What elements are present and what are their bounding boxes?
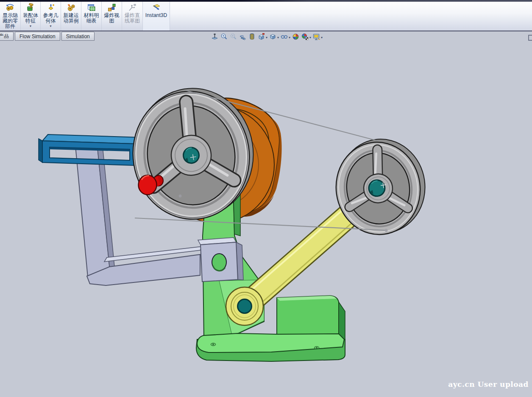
zoom-in-out-icon bbox=[229, 33, 237, 42]
pivot-pin bbox=[238, 299, 252, 313]
view-tool-edit-appearance[interactable] bbox=[292, 33, 300, 42]
tab-flow-simulation[interactable]: Flow Simulation bbox=[15, 32, 60, 41]
display-style-icon bbox=[269, 33, 277, 42]
viewport-canvas[interactable] bbox=[0, 0, 532, 397]
view-tool-view-settings[interactable]: ▾ bbox=[312, 33, 323, 42]
zoom-to-fit-icon bbox=[211, 33, 219, 42]
view-tool-zoom-to-fit[interactable] bbox=[211, 33, 219, 42]
vertex-marker bbox=[179, 195, 182, 198]
zoom-to-area-icon bbox=[220, 33, 228, 42]
dropdown-caret-icon[interactable]: ▾ bbox=[266, 36, 267, 40]
view-tool-zoom-in-out[interactable] bbox=[229, 33, 237, 42]
apply-scene-icon bbox=[301, 33, 309, 42]
hide-show-items-icon bbox=[280, 33, 288, 42]
view-tool-section-view[interactable] bbox=[248, 33, 256, 42]
dropdown-caret-icon[interactable]: ▾ bbox=[277, 36, 279, 40]
view-tool-apply-scene[interactable]: ▾ bbox=[301, 33, 311, 42]
view-orientation-icon bbox=[257, 33, 265, 42]
view-tool-display-style[interactable]: ▾ bbox=[269, 33, 279, 42]
dropdown-caret-icon[interactable]: ▾ bbox=[309, 36, 311, 40]
dropdown-caret-icon[interactable]: ▾ bbox=[321, 36, 323, 40]
view-tool-hide-show-items[interactable]: ▾ bbox=[280, 33, 290, 42]
watermark: ayc.cn User upload bbox=[448, 380, 529, 389]
view-tool-zoom-to-area[interactable] bbox=[220, 33, 228, 42]
heads-up-view-toolbar: ▾▾▾▾▾ bbox=[211, 33, 323, 42]
edit-appearance-icon bbox=[292, 33, 300, 42]
view-settings-icon bbox=[312, 33, 320, 42]
green-base-plate[interactable] bbox=[196, 333, 345, 361]
tab-simulation[interactable]: Simulation bbox=[61, 32, 95, 41]
dropdown-caret-icon[interactable]: ▾ bbox=[289, 36, 290, 40]
view-tool-previous-view[interactable] bbox=[239, 33, 247, 42]
section-view-icon bbox=[248, 33, 256, 42]
view-tool-view-orientation[interactable]: ▾ bbox=[257, 33, 267, 42]
command-manager-tabs: 产品Flow SimulationSimulation bbox=[0, 32, 96, 41]
tab-product[interactable]: 产品 bbox=[0, 32, 14, 41]
previous-view-icon bbox=[239, 33, 247, 42]
task-pane-edge[interactable] bbox=[528, 35, 532, 41]
